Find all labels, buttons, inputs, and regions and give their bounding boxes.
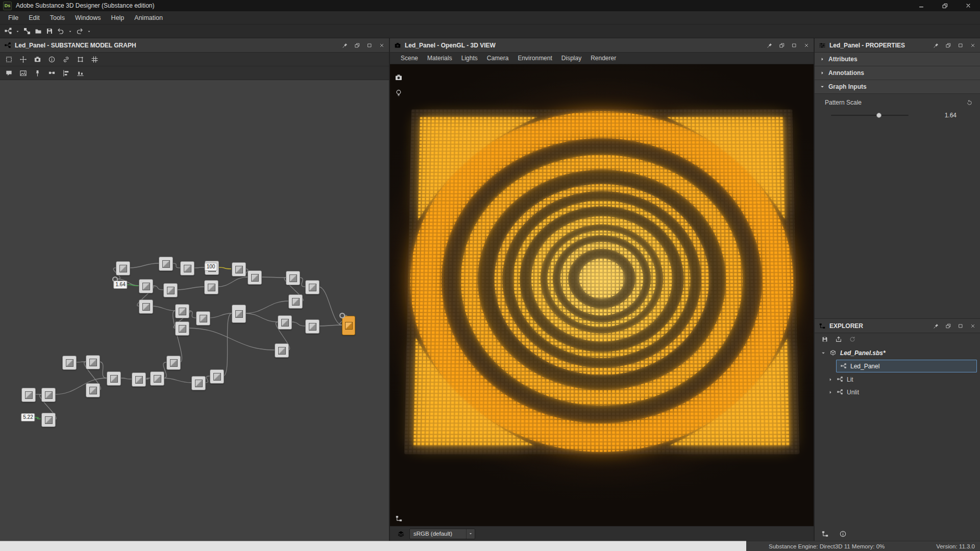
- dock-icon[interactable]: [945, 42, 951, 48]
- dock-icon[interactable]: [354, 42, 360, 48]
- marquee-icon[interactable]: [5, 56, 13, 63]
- pin-v-icon[interactable]: [34, 69, 41, 77]
- section-annotations[interactable]: Annotations: [815, 66, 980, 80]
- info-icon[interactable]: [48, 56, 56, 63]
- graph-node[interactable]: [62, 356, 77, 370]
- value-badge[interactable]: 5.22: [21, 413, 35, 421]
- graph-node[interactable]: [163, 283, 178, 297]
- caret-down-icon[interactable]: [87, 29, 91, 34]
- value-badge[interactable]: 100: [205, 263, 217, 271]
- graph-node[interactable]: [159, 257, 173, 271]
- graph-node[interactable]: [139, 299, 153, 314]
- info-icon[interactable]: [839, 530, 847, 538]
- folder-icon[interactable]: [34, 27, 42, 35]
- camera-icon[interactable]: [34, 56, 41, 63]
- save-icon[interactable]: [821, 336, 828, 343]
- newgraph-icon[interactable]: [23, 27, 31, 35]
- graph-node[interactable]: [175, 321, 189, 336]
- close-button[interactable]: [957, 0, 980, 11]
- refresh-icon[interactable]: [849, 336, 856, 343]
- node-pair-icon[interactable]: [48, 69, 56, 77]
- viewport-menu-materials[interactable]: Materials: [423, 54, 457, 63]
- tree-item-led-panel[interactable]: Led_Panel: [836, 360, 977, 372]
- viewport-stage[interactable]: sRGB (default): [390, 64, 814, 541]
- pin-icon[interactable]: [767, 42, 773, 48]
- undo-icon[interactable]: [57, 27, 65, 35]
- graph-node[interactable]: [248, 270, 262, 285]
- restore-button[interactable]: [933, 0, 957, 11]
- connector-dot[interactable]: [339, 313, 345, 318]
- graph-node[interactable]: [275, 343, 289, 358]
- tree-view-icon[interactable]: [821, 530, 829, 538]
- graph-node[interactable]: [232, 305, 246, 323]
- maximize-icon[interactable]: [958, 323, 964, 329]
- graph-node[interactable]: [180, 261, 194, 276]
- menu-item-tools[interactable]: Tools: [45, 13, 70, 23]
- graph-node[interactable]: [204, 280, 218, 294]
- graph-node-output[interactable]: [342, 316, 355, 335]
- nodegraph-icon[interactable]: [4, 27, 12, 35]
- menu-item-windows[interactable]: Windows: [70, 13, 106, 23]
- viewport-menu-lights[interactable]: Lights: [457, 54, 482, 63]
- menu-item-animation[interactable]: Animation: [129, 13, 168, 23]
- transform-icon[interactable]: [77, 56, 84, 63]
- comment-icon[interactable]: [5, 69, 13, 77]
- viewport-menu-camera[interactable]: Camera: [482, 54, 513, 63]
- dock-icon[interactable]: [945, 323, 951, 329]
- graph-node[interactable]: [41, 413, 56, 427]
- save-icon[interactable]: [45, 27, 54, 35]
- reset-icon[interactable]: [966, 99, 973, 106]
- section-graph-inputs[interactable]: Graph Inputs: [815, 80, 980, 94]
- export-icon[interactable]: [835, 336, 842, 343]
- viewport-menu-scene[interactable]: Scene: [396, 54, 423, 63]
- minimize-button[interactable]: [910, 0, 933, 11]
- viewport-menu-display[interactable]: Display: [557, 54, 586, 63]
- graph-node[interactable]: [286, 271, 300, 285]
- tree-item-unlit[interactable]: Unlit: [815, 386, 980, 398]
- value-badge[interactable]: 1.64: [113, 281, 127, 289]
- viewport-menu-renderer[interactable]: Renderer: [586, 54, 621, 63]
- graph-node[interactable]: [175, 304, 189, 318]
- close-icon[interactable]: [379, 42, 385, 48]
- tree-item-package[interactable]: Led_Panel.sbs*: [815, 346, 980, 359]
- graph-node[interactable]: [166, 356, 181, 370]
- graph-node[interactable]: [132, 372, 146, 387]
- pattern-scale-slider[interactable]: [831, 115, 909, 116]
- graph-node[interactable]: [86, 383, 100, 397]
- graph-node[interactable]: [232, 262, 246, 277]
- redo-icon[interactable]: [76, 27, 84, 35]
- graph-node[interactable]: [41, 388, 56, 402]
- graph-node[interactable]: [305, 319, 320, 334]
- menu-item-file[interactable]: File: [3, 13, 23, 23]
- close-icon[interactable]: [970, 42, 976, 48]
- dock-icon[interactable]: [779, 42, 785, 48]
- viewport-menu-environment[interactable]: Environment: [513, 54, 556, 63]
- pin-icon[interactable]: [933, 42, 939, 48]
- move-icon[interactable]: [19, 56, 27, 63]
- graph-node[interactable]: [86, 355, 100, 369]
- maximize-icon[interactable]: [791, 42, 797, 48]
- link-icon[interactable]: [62, 56, 70, 63]
- graph-canvas[interactable]: 1.641005.22: [0, 80, 389, 541]
- tree-item-lit[interactable]: Lit: [815, 373, 980, 386]
- menu-item-edit[interactable]: Edit: [23, 13, 45, 23]
- colorspace-select[interactable]: sRGB (default): [409, 529, 475, 539]
- caret-down-icon[interactable]: [68, 29, 72, 34]
- graph-node[interactable]: [210, 369, 224, 384]
- graph-node[interactable]: [21, 388, 36, 402]
- caret-down-icon[interactable]: [15, 29, 20, 34]
- pin-icon[interactable]: [342, 42, 348, 48]
- pin-icon[interactable]: [933, 323, 939, 329]
- chevron-down-icon[interactable]: [821, 350, 826, 356]
- grid-icon[interactable]: [91, 56, 99, 63]
- graph-node[interactable]: [150, 371, 164, 386]
- close-icon[interactable]: [970, 323, 976, 329]
- image-icon[interactable]: [19, 69, 27, 77]
- graph-node[interactable]: [191, 376, 206, 390]
- graph-node[interactable]: [278, 315, 292, 330]
- scene-tree-icon[interactable]: [395, 515, 403, 522]
- maximize-icon[interactable]: [958, 42, 964, 48]
- close-icon[interactable]: [803, 42, 810, 48]
- chevron-right-icon[interactable]: [828, 390, 833, 395]
- menu-item-help[interactable]: Help: [106, 13, 130, 23]
